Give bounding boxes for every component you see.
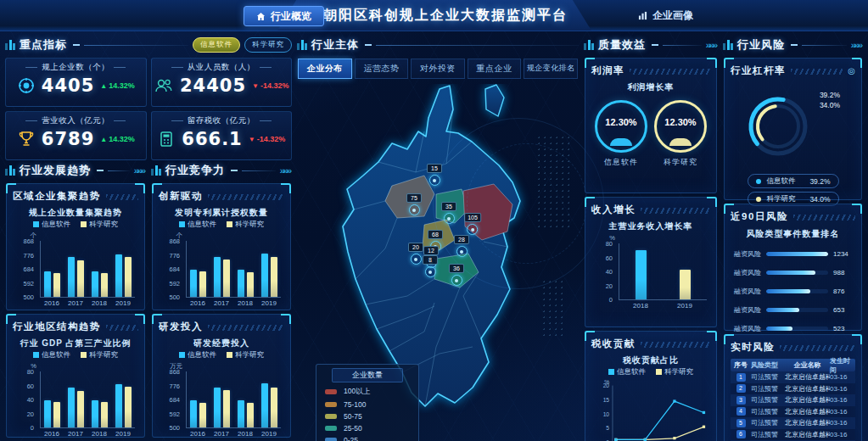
risk-rank-row: 融资风险 988 [732,268,854,277]
kpi-card: 从业人员数（人） 24405 ▼-14.32% [151,58,293,107]
section-title: 利润率 [591,64,624,77]
kpi-delta: ▲14.32% [100,135,134,143]
bar [261,383,268,427]
kpi-card-grid: 规上企业数（个） 4405 ▲14.32% 从业人员数（人） 24405 ▼-1… [5,58,292,160]
chart-title: 规上企业数量集聚趋势 [13,207,138,219]
panel-industry-competitiveness: 行业竞争力 创新驱动 发明专利累计授权数量信息软件科学研究个5005926847… [151,161,292,438]
nav-label: 企业画像 [652,8,693,23]
section-recent-risk: 近90日风险 风险类型事件数量排名 融资风险 1234融资风险 988融资风险 … [724,204,862,331]
section-title: 创新驱动 [159,190,203,203]
tab-企业分布[interactable]: 企业分布 [298,59,352,79]
table-row: 6 司法预警北京启信卓越科技有限公司03-16 [731,429,855,441]
pin-icon [411,254,422,265]
map-marker[interactable]: 8 [423,250,438,277]
bar [238,270,244,297]
bar [223,390,230,427]
gdp-share-chart: 行业 GDP 占第三产业比例信息软件科学研究%020406080 2016201… [13,338,138,438]
bar [101,402,108,427]
chart-title: 利润增长率 [591,81,710,93]
chart-title: 风险类型事件数量排名 [731,228,855,240]
app-title: 朝阳区科创规上企业大数据监测平台 [323,7,568,25]
chart-title: 税收贡献占比 [591,354,710,366]
marker-count: 15 [427,164,442,173]
chart-legend: 信息软件科学研究 [13,220,138,230]
bar [247,403,254,427]
nav-industry-overview[interactable]: 行业概览 [244,6,324,26]
target-icon[interactable] [848,66,855,75]
table-row: 2 司法预警北京启信卓越科技有限公司03-16 [731,383,855,395]
section-title: 行业地区结构趋势 [13,321,101,333]
section-innovation: 创新驱动 发明专利累计授权数量信息软件科学研究个500592684776868 … [152,183,291,310]
nav-enterprise-portrait[interactable]: 企业画像 [630,6,702,25]
svg-text:20: 20 [603,382,610,388]
kpi-value: 4405 [42,75,94,96]
panel-industry-entity: 行业主体 企业分布运营态势对外投资重点企业规企变化排名 [297,36,579,438]
bar [199,403,206,427]
bar [115,254,122,297]
filter-science-research[interactable]: 科学研究 [244,37,292,53]
pin-icon [451,275,462,286]
kpi-card: 规上企业数（个） 4405 ▲14.32% [5,58,147,107]
panel-header-icon [5,40,15,50]
map-marker[interactable]: 35 [441,197,456,224]
panel-key-indicators: 重点指标 信息软件 科学研究 规上企业数（个） 4405 ▲14.32% 从业人… [5,36,292,159]
gauge-value: 12.30% [597,117,645,127]
tab-运营态势[interactable]: 运营态势 [355,59,409,79]
rnd-invest-chart: 研发经费投入信息软件科学研究万元500592684776868 20162017… [159,338,284,438]
svg-text:5: 5 [606,425,609,431]
row-number-badge: 6 [736,430,746,438]
tab-规企变化排名[interactable]: 规企变化排名 [524,59,578,79]
expand-arrows-icon[interactable] [706,40,718,50]
map-marker[interactable]: 75 [406,188,422,215]
map-legend: 企业数量 100以上75-10050-7525-500-25 [316,364,419,441]
panel-title: 行业风险 [737,37,785,53]
bar [68,388,75,427]
bar [92,271,98,297]
filter-info-software[interactable]: 信息软件 [193,37,240,53]
section-title: 研发投入 [159,321,203,333]
patents-chart: 发明专利累计授权数量信息软件科学研究个500592684776868 20162… [159,207,284,307]
legend-item: 50-75 [325,412,410,421]
bar [53,402,60,427]
map-marker[interactable]: 36 [449,259,464,286]
pin-icon [409,204,420,215]
bar [680,270,691,299]
marker-count: 68 [428,230,443,239]
marker-count: 8 [423,255,438,265]
donut-value-1: 39.2% [820,91,840,99]
map-marker[interactable]: 28 [454,230,469,257]
leverage-legend-item: 信息软件39.2% [748,174,839,188]
map-marker[interactable]: 15 [427,159,442,186]
gauge-label: 科学研究 [654,157,707,168]
legend-item: 75-100 [325,400,410,409]
table-row: 5 司法预警北京启信卓越科技有限公司03-16 [731,417,855,429]
expand-arrows-icon[interactable] [851,40,863,50]
bar [214,257,221,297]
pin-icon [429,175,440,186]
bar [247,272,254,297]
table-header-row: 序号风险类型 企业名称发生时间 [731,359,855,371]
people-icon [154,76,174,95]
tab-对外投资[interactable]: 对外投资 [411,59,465,79]
kpi-label: 从业人员数（人） [152,62,292,73]
kpi-label: 留存税收（亿元） [152,115,292,126]
map-marker[interactable]: 20 [408,237,423,265]
profit-gauge: 12.30% 信息软件 [595,97,647,168]
kpi-delta: ▼-14.32% [249,135,285,143]
svg-text:10: 10 [603,411,610,417]
bar [53,273,60,297]
expand-arrows-icon[interactable] [134,165,146,176]
district-map: 15753510568282012836 企业数量 100以上75-10050-… [297,84,579,413]
panel-header-icon [151,165,161,176]
section-tax-contribution: 税收贡献 税收贡献占比 信息软件科学研究 % 05101520 20162017… [585,331,717,441]
bar [238,400,244,427]
risk-rank-row: 融资风险 653 [732,305,854,315]
tab-重点企业[interactable]: 重点企业 [468,59,522,79]
panel-title: 重点指标 [20,37,67,53]
chart-title: 主营业务收入增长率 [591,220,710,232]
expand-arrows-icon[interactable] [280,165,292,176]
kpi-delta: ▼-14.32% [252,81,288,90]
row-number-badge: 4 [736,407,746,416]
entity-tab-bar: 企业分布运营态势对外投资重点企业规企变化排名 [298,59,578,79]
nav-label: 行业概览 [271,9,311,24]
